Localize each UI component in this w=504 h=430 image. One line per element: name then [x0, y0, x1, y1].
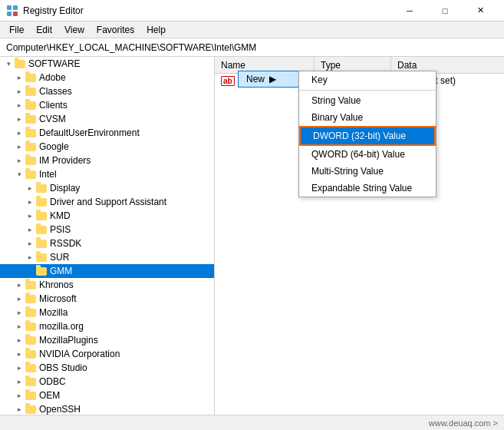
- tree-item-label: OBS Studio: [39, 362, 87, 373]
- tree-item[interactable]: ▸NVIDIA Corporation: [0, 347, 214, 361]
- tree-item[interactable]: ▸Mozilla: [0, 306, 214, 319]
- menu-file[interactable]: File: [3, 23, 30, 37]
- menu-edit[interactable]: Edit: [30, 23, 58, 37]
- tree-item[interactable]: ▸Classes: [0, 84, 214, 98]
- new-button[interactable]: New ▶: [238, 71, 299, 88]
- svg-rect-2: [7, 12, 12, 16]
- tree-item-label: OEM: [39, 390, 60, 401]
- folder-icon: [14, 58, 26, 70]
- expand-icon: ▸: [14, 100, 25, 111]
- tree-item[interactable]: ▸Clients: [0, 98, 214, 112]
- folder-icon: [25, 168, 37, 180]
- expand-icon: ▸: [14, 404, 25, 415]
- new-arrow: ▶: [269, 74, 276, 84]
- registry-tree[interactable]: ▾SOFTWARE▸Adobe▸Classes▸Clients▸CVSM▸Def…: [0, 57, 215, 415]
- svg-rect-3: [13, 12, 18, 16]
- tree-item[interactable]: ▸OpenSSH: [0, 402, 214, 415]
- submenu-dword-value[interactable]: DWORD (32-bit) Value: [299, 126, 436, 146]
- maximize-button[interactable]: □: [427, 0, 463, 22]
- ab-icon: ab: [221, 76, 235, 86]
- expand-icon: ▸: [14, 335, 25, 346]
- tree-item-label: SOFTWARE: [28, 58, 81, 69]
- folder-icon: [25, 334, 37, 346]
- tree-item[interactable]: ▸Khronos: [0, 278, 214, 292]
- tree-item[interactable]: ▸OEM: [0, 389, 214, 402]
- expand-icon: ▸: [14, 376, 25, 387]
- tree-item[interactable]: ▾SOFTWARE: [0, 57, 214, 71]
- submenu-multi-string[interactable]: Multi-String Value: [299, 163, 436, 180]
- expand-icon: ▸: [14, 114, 25, 124]
- expand-icon: ▸: [14, 349, 25, 359]
- expand-icon: ▸: [14, 293, 25, 304]
- tree-item-label: Clients: [39, 100, 68, 111]
- expand-icon: ▸: [14, 155, 25, 166]
- tree-item[interactable]: ▸CVSM: [0, 112, 214, 126]
- folder-icon: [25, 154, 37, 167]
- expand-icon: ▸: [25, 252, 35, 263]
- folder-icon: [35, 237, 48, 250]
- submenu-key[interactable]: Key: [299, 71, 436, 88]
- expand-icon: ▸: [14, 86, 25, 97]
- tree-item-label: Intel: [39, 169, 57, 180]
- tree-item[interactable]: ▾Intel: [0, 167, 214, 181]
- menu-favorites[interactable]: Favorites: [91, 23, 140, 37]
- minimize-button[interactable]: ─: [392, 0, 427, 22]
- tree-item[interactable]: ▸MozillaPlugins: [0, 333, 214, 347]
- registry-values: Name Type Data ab (Default) REG_SZ (valu…: [215, 57, 504, 415]
- tree-item[interactable]: ▸ODBC: [0, 375, 214, 389]
- svg-rect-0: [7, 5, 12, 10]
- tree-item[interactable]: ▸Microsoft: [0, 292, 214, 306]
- tree-item-label: CVSM: [39, 114, 66, 124]
- tree-item-label: PSIS: [50, 224, 71, 235]
- tree-item[interactable]: ▸Google: [0, 140, 214, 154]
- tree-item[interactable]: ▸PSIS: [0, 223, 214, 237]
- tree-item-label: ODBC: [39, 376, 66, 387]
- tree-item[interactable]: ▸SUR: [0, 250, 214, 264]
- address-path: Computer\HKEY_LOCAL_MACHINE\SOFTWARE\Int…: [6, 42, 256, 53]
- expand-icon: ▾: [3, 58, 14, 69]
- menu-view[interactable]: View: [58, 23, 91, 37]
- folder-icon: [25, 85, 37, 98]
- menu-help[interactable]: Help: [140, 23, 172, 37]
- folder-icon: [25, 141, 37, 153]
- folder-icon: [25, 362, 37, 374]
- tree-item-label: KMD: [50, 210, 71, 221]
- expand-icon: ▸: [25, 197, 35, 207]
- expand-icon: ▸: [14, 141, 25, 152]
- expand-icon: ▸: [25, 183, 35, 194]
- tree-item-label: DefaultUserEnvironment: [39, 127, 140, 138]
- folder-icon: [25, 127, 37, 139]
- title-bar: Registry Editor ─ □ ✕: [0, 0, 504, 22]
- tree-item[interactable]: ▸Driver and Support Assistant: [0, 195, 214, 209]
- tree-item-label: MozillaPlugins: [39, 335, 98, 346]
- tree-item[interactable]: ▸DefaultUserEnvironment: [0, 126, 214, 140]
- submenu-qword-value[interactable]: QWORD (64-bit) Value: [299, 146, 436, 163]
- submenu-binary-value[interactable]: Binary Value: [299, 109, 436, 126]
- tree-item[interactable]: ▸Display: [0, 181, 214, 195]
- context-menu: New ▶ Key String Value Binary Value DWOR…: [238, 71, 299, 88]
- submenu-separator: [299, 90, 436, 91]
- folder-icon: [35, 196, 48, 208]
- folder-icon: [35, 182, 48, 194]
- tree-item[interactable]: GMM: [0, 264, 214, 278]
- tree-item-label: RSSDK: [50, 238, 81, 249]
- submenu-expandable-string[interactable]: Expandable String Value: [299, 180, 436, 197]
- main-content: ▾SOFTWARE▸Adobe▸Classes▸Clients▸CVSM▸Def…: [0, 57, 504, 415]
- folder-icon: [25, 113, 37, 125]
- tree-item[interactable]: ▸IM Providers: [0, 154, 214, 167]
- tree-item-label: Google: [39, 141, 69, 152]
- svg-rect-1: [13, 5, 18, 10]
- tree-item[interactable]: ▸RSSDK: [0, 237, 214, 250]
- folder-icon: [25, 99, 37, 111]
- tree-item[interactable]: ▸OBS Studio: [0, 361, 214, 375]
- close-button[interactable]: ✕: [463, 0, 498, 22]
- tree-item-label: IM Providers: [39, 155, 91, 166]
- folder-icon: [25, 279, 37, 291]
- status-bar: www.deuaq.com >: [0, 415, 504, 430]
- tree-item[interactable]: ▸Adobe: [0, 71, 214, 84]
- tree-item-label: Classes: [39, 86, 72, 97]
- submenu-string-value[interactable]: String Value: [299, 92, 436, 109]
- tree-item-label: GMM: [50, 266, 72, 276]
- tree-item[interactable]: ▸mozilla.org: [0, 319, 214, 333]
- tree-item[interactable]: ▸KMD: [0, 209, 214, 223]
